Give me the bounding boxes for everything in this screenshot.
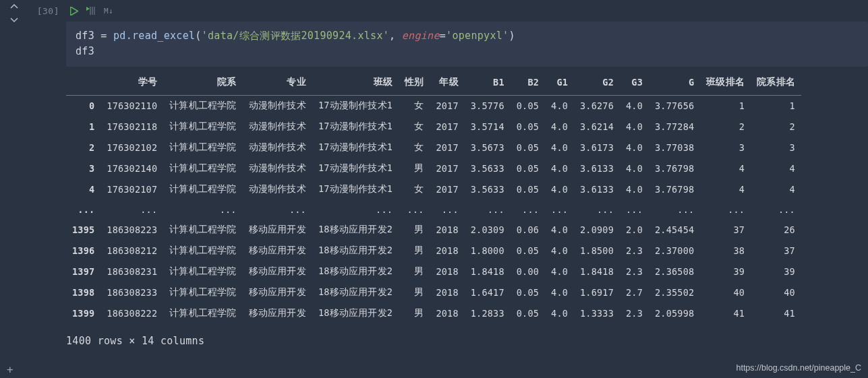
run-below-icon[interactable] (86, 7, 96, 15)
markdown-toggle[interactable]: M↓ (104, 7, 113, 15)
cell-value: 男 (399, 303, 430, 324)
cell-value: ... (100, 200, 163, 220)
table-row: 1399186308222计算机工程学院移动应用开发18移动应用开发2男2018… (66, 303, 801, 324)
table-row: 2176302102计算机工程学院动漫制作技术17动漫制作技术1女20173.5… (66, 137, 801, 158)
col-header: 班级排名 (700, 75, 751, 96)
execution-count: [30] (28, 6, 66, 16)
cell-value: 4 (700, 158, 751, 179)
prompt-row: [30] M↓ (28, 0, 868, 22)
cell-value: 4.0 (545, 117, 574, 137)
cell-value: 4.0 (620, 179, 649, 200)
cell-value: 男 (399, 282, 430, 303)
cell-value: 18移动应用开发2 (312, 282, 399, 303)
cell-value: 移动应用开发 (243, 220, 312, 241)
cell-value: 计算机工程学院 (163, 303, 242, 324)
cell-value: 移动应用开发 (243, 261, 312, 282)
row-index: 1396 (66, 241, 100, 261)
col-header: G3 (620, 75, 649, 96)
cell-value: 2 (751, 117, 801, 137)
cell-value: 0.05 (511, 282, 545, 303)
watermark: https://blog.csdn.net/pineapple_C (736, 363, 861, 373)
cell-value: 0.05 (511, 158, 545, 179)
cell-value: 3.77284 (649, 117, 700, 137)
add-cell-icon[interactable]: + (7, 363, 13, 376)
table-row: 3176302140计算机工程学院动漫制作技术17动漫制作技术1男20173.5… (66, 158, 801, 179)
cell-value: 4.0 (545, 241, 574, 261)
table-row: 1398186308233计算机工程学院移动应用开发18移动应用开发2男2018… (66, 282, 801, 303)
cell-value: 2018 (430, 282, 464, 303)
row-index: 0 (66, 95, 100, 117)
code-editor[interactable]: df3 = pd.read_excel('data/综合测评数据20190924… (66, 22, 868, 67)
cell-value: 18移动应用开发2 (312, 241, 399, 261)
cell-value: 2018 (430, 220, 464, 241)
cell-value: 2.0909 (574, 220, 620, 241)
cell-value: 1.2833 (465, 303, 511, 324)
cell-value: 2 (700, 117, 751, 137)
cell-value: 2.3 (620, 303, 649, 324)
cell-value: 2017 (430, 158, 464, 179)
cell-value: ... (243, 200, 312, 220)
cell-value: 计算机工程学院 (163, 261, 242, 282)
cell-value: 186308212 (100, 241, 163, 261)
dataframe-summary: 1400 rows × 14 columns (66, 335, 868, 347)
cell-value: 4.0 (545, 158, 574, 179)
cell-value: 176302102 (100, 137, 163, 158)
cell-value: 40 (700, 282, 751, 303)
cell-value: 4.0 (620, 95, 649, 117)
cell-value: 2017 (430, 179, 464, 200)
cell-value: 17动漫制作技术1 (312, 137, 399, 158)
col-header: 专业 (243, 75, 312, 96)
table-row: 0176302110计算机工程学院动漫制作技术17动漫制作技术1女20173.5… (66, 95, 801, 117)
cell-value: ... (649, 200, 700, 220)
row-index: 1397 (66, 261, 100, 282)
col-header: 班级 (312, 75, 399, 96)
collapse-down-icon[interactable] (9, 15, 19, 25)
cell-value: 1.6917 (574, 282, 620, 303)
cell-value: 3.6276 (574, 95, 620, 117)
cell-value: ... (399, 200, 430, 220)
cell-value: 动漫制作技术 (243, 95, 312, 117)
cell-value: 4.0 (620, 137, 649, 158)
cell-value: 26 (751, 220, 801, 241)
cell-value: 4.0 (620, 158, 649, 179)
cell-value: 1 (700, 95, 751, 117)
cell-value: 2.36508 (649, 261, 700, 282)
cell-value: 2018 (430, 241, 464, 261)
dataframe-table: 学号 院系 专业 班级 性别 年级 B1 B2 G1 G2 G3 G 班级排名 … (66, 75, 801, 324)
cell-value: 18移动应用开发2 (312, 220, 399, 241)
cell-value: 3.6173 (574, 137, 620, 158)
code-line-2: df3 (76, 44, 859, 59)
cell-value: 0.05 (511, 179, 545, 200)
cell-value: 2.05998 (649, 303, 700, 324)
row-index: 2 (66, 137, 100, 158)
cell-value: 0.05 (511, 303, 545, 324)
col-header: 院系排名 (751, 75, 801, 96)
cell-value: ... (430, 200, 464, 220)
cell-value: ... (511, 200, 545, 220)
cell-value: 4.0 (545, 282, 574, 303)
cell-value: ... (312, 200, 399, 220)
cell-value: ... (620, 200, 649, 220)
cell-value: 186308223 (100, 220, 163, 241)
cell-value: 4.0 (545, 137, 574, 158)
cell-value: 3.5673 (465, 137, 511, 158)
row-index: 4 (66, 179, 100, 200)
notebook-cell: [30] M↓ df3 = pd.read_excel('data/综合测评数据 (0, 0, 868, 347)
cell-value: 男 (399, 261, 430, 282)
cell-value: 2.0 (620, 220, 649, 241)
cell-value: 3.5714 (465, 117, 511, 137)
cell-value: ... (574, 200, 620, 220)
row-index: 3 (66, 158, 100, 179)
cell-value: ... (465, 200, 511, 220)
row-index: 1 (66, 117, 100, 137)
cell-value: 动漫制作技术 (243, 117, 312, 137)
cell-value: 1.8500 (574, 241, 620, 261)
cell-value: 2017 (430, 95, 464, 117)
cell-value: 1 (751, 95, 801, 117)
cell-value: 1.8000 (465, 241, 511, 261)
cell-value: 2.3 (620, 241, 649, 261)
run-cell-icon[interactable] (70, 7, 78, 15)
table-row: 1397186308231计算机工程学院移动应用开发18移动应用开发2男2018… (66, 261, 801, 282)
collapse-up-icon[interactable] (9, 2, 19, 11)
cell-value: 37 (751, 241, 801, 261)
